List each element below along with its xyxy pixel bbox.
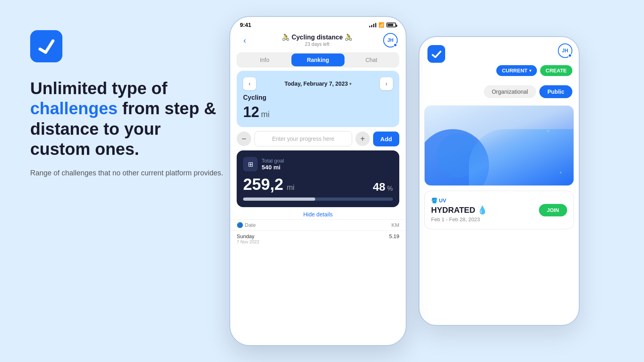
phone-screen: 9:41 📶 ‹ 🚴 Cycling distance 🚴 23 days le… [230,17,406,345]
left-panel: Unlimited type of challenges from step &… [30,30,223,179]
secondary-phone: JH CURRENT ▾ CREATE Organizational Publi… [419,36,580,326]
brand-logo [431,48,442,60]
row-date-sub: 7 Nov 2022 [237,239,259,244]
wifi-icon: 📶 [378,22,384,28]
logo-icon [35,35,58,58]
progress-percent: 48 % [373,181,393,193]
current-filter-button[interactable]: CURRENT ▾ [496,65,537,76]
secondary-screen: JH CURRENT ▾ CREATE Organizational Publi… [419,37,579,325]
signal-bars [369,23,376,27]
avatar-initials: JH [387,37,393,43]
hide-details-button[interactable]: Hide details [230,211,406,218]
col-km: KM [392,222,400,228]
minus-button[interactable]: − [237,132,251,146]
bar4 [375,23,376,27]
headline-highlight: challenges [30,99,118,118]
chart-card [424,105,574,186]
status-icons: 📶 [369,22,396,28]
table-row: Sunday 7 Nov 2022 5.19 [230,230,406,247]
stats-card: ⊞ Total goal 540 mi 259,2 mi 48 % [237,150,399,207]
org-filter-button[interactable]: Organizational [484,85,536,98]
join-button[interactable]: JOIN [539,204,567,216]
hydrated-header: 🪣 UV HYDRATED 💧 Feb 1 - Feb 28, 2023 JOI… [431,197,567,222]
battery-icon [386,23,396,27]
activity-unit: mi [261,110,270,119]
hydrated-info: 🪣 UV HYDRATED 💧 Feb 1 - Feb 28, 2023 [431,197,487,222]
hydrated-dates: Feb 1 - Feb 28, 2023 [431,216,487,222]
avatar-secondary-dot [568,53,572,58]
progress-bar-track [243,197,393,201]
org-public-filter: Organizational Public [484,85,572,98]
row-date: Sunday [237,233,259,239]
primary-phone: 9:41 📶 ‹ 🚴 Cycling distance 🚴 23 days le… [229,16,407,346]
stats-goal: Total goal 540 mi [262,158,284,171]
subtext: Range of challenges that no other curren… [30,168,223,179]
activity-value: 12 [243,104,259,120]
percent-sign: % [387,185,393,192]
create-button[interactable]: CREATE [540,65,572,76]
bar1 [369,26,370,27]
progress-unit: mi [287,183,295,191]
app-header: ‹ 🚴 Cycling distance 🚴 23 days left JH [230,30,406,49]
progress-bar-fill [243,197,315,201]
date-nav: ‹ Today, February 7, 2023 ▾ › [243,77,393,90]
battery-fill [388,24,393,26]
challenge-title-text: 🚴 Cycling distance 🚴 [251,33,383,41]
public-filter-button[interactable]: Public [539,85,572,98]
current-label: CURRENT [502,68,528,74]
challenge-title: 🚴 Cycling distance 🚴 23 days left [251,33,383,47]
date-display: Today, February 7, 2023 ▾ [285,80,351,87]
brand-icon-secondary [427,45,445,63]
days-left: 23 days left [251,41,383,47]
tab-ranking[interactable]: Ranking [291,53,345,66]
prev-date-button[interactable]: ‹ [243,77,256,90]
col-date: 🔵 Date [237,222,256,228]
activity-value-row: 12 mi [243,104,393,121]
avatar-dot [393,43,397,47]
hydrated-title-text: HYDRATED 💧 [431,206,487,214]
back-button[interactable]: ‹ [238,34,251,47]
next-date-button[interactable]: › [380,77,393,90]
uv-badge: 🪣 UV [431,197,487,204]
tab-info[interactable]: Info [238,53,291,66]
wave-shape [469,129,574,185]
dot1 [547,130,549,132]
activity-label: Cycling [243,94,393,101]
progress-value: 259,2 [243,175,283,193]
col-date-text: Date [245,222,256,228]
table-header: 🔵 Date KM [230,219,406,230]
stats-icon: ⊞ [243,157,258,171]
hydrated-title: HYDRATED 💧 [431,205,487,215]
headline: Unlimited type of challenges from step &… [30,78,223,160]
avatar-secondary-initials: JH [562,48,568,53]
row-date-cell: Sunday 7 Nov 2022 [237,233,259,244]
avatar-secondary[interactable]: JH [558,43,572,58]
tab-chat[interactable]: Chat [345,53,398,66]
bar3 [373,24,374,27]
date-dropdown-icon: ▾ [349,82,351,86]
progress-input-row: − Enter your progress here + Add [237,131,399,146]
date-text: Today, February 7, 2023 [285,80,348,87]
stats-header: ⊞ Total goal 540 mi [243,157,393,171]
row-value: 5.19 [389,233,399,244]
bar2 [371,25,372,27]
tab-bar: Info Ranking Chat [237,52,399,68]
plus-button[interactable]: + [355,132,370,146]
progress-amount: 259,2 mi [243,175,295,193]
app-logo [30,30,62,62]
chart-visual [425,106,574,185]
add-button[interactable]: Add [373,132,399,146]
filter-badges: CURRENT ▾ CREATE [496,65,572,76]
phone-notch [294,17,342,28]
stats-main: 259,2 mi 48 % [243,175,393,193]
headline-text1: Unlimited type of [30,79,167,98]
status-time: 9:41 [240,22,251,28]
percent-value: 48 [373,181,385,193]
dropdown-icon: ▾ [529,68,531,73]
avatar[interactable]: JH [383,33,398,47]
total-goal-label: Total goal [262,158,284,164]
date-section: ‹ Today, February 7, 2023 ▾ › Cycling 12… [237,71,399,127]
progress-input[interactable]: Enter your progress here [254,131,352,146]
hydrated-card: 🪣 UV HYDRATED 💧 Feb 1 - Feb 28, 2023 JOI… [424,191,574,229]
total-goal-value: 540 mi [262,164,284,171]
